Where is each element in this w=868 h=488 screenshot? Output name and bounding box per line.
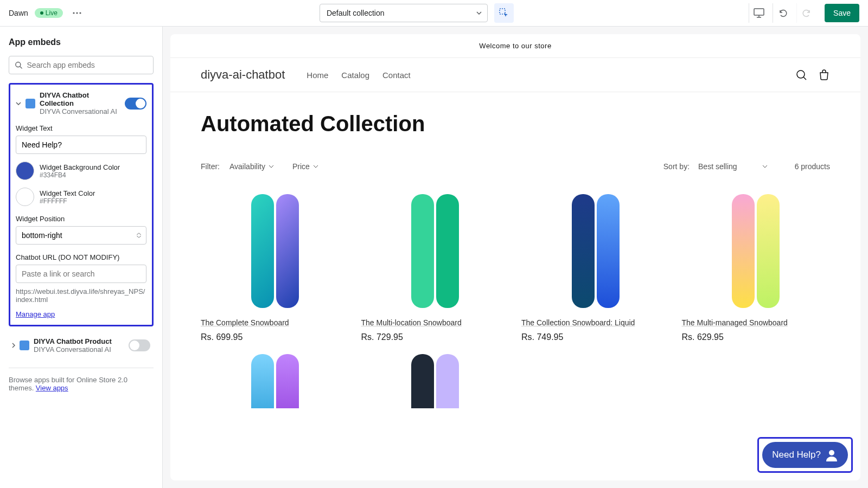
store-header: diyva-ai-chatbot Home Catalog Contact [170, 58, 860, 92]
color-swatch [16, 162, 34, 180]
template-select-label: Default collection [327, 9, 385, 17]
product-card[interactable] [201, 354, 349, 408]
product-name: The Multi-location Snowboard [361, 318, 510, 327]
product-image [521, 191, 670, 311]
inspector-button[interactable] [494, 3, 514, 23]
svg-point-9 [797, 70, 805, 78]
manage-app-link[interactable]: Manage app [16, 310, 55, 318]
chevron-down-icon [476, 11, 482, 15]
sidebar: App embeds DIYVA Chatbot Collection DIYV… [0, 27, 163, 488]
chevron-down-icon [762, 165, 768, 168]
preview-area: Welcome to our store diyva-ai-chatbot Ho… [163, 27, 868, 488]
nav-catalog[interactable]: Catalog [341, 70, 369, 80]
chatbot-url-input[interactable] [16, 265, 146, 283]
search-icon [795, 69, 807, 81]
cart-button[interactable] [818, 69, 830, 81]
product-name: The Multi-managed Snowboard [682, 318, 831, 327]
chevron-down-icon [313, 165, 318, 168]
embed-toggle[interactable] [125, 98, 146, 110]
chevron-down-icon [16, 102, 21, 105]
product-price: Rs. 749.95 [521, 332, 670, 342]
embed-toggle[interactable] [129, 339, 150, 351]
svg-point-1 [76, 12, 78, 14]
store-logo[interactable]: diyva-ai-chatbot [201, 68, 285, 82]
viewport-button[interactable] [749, 3, 768, 23]
chatbot-url-value: https://webui.test.diyva.life/shreyas_NP… [16, 287, 146, 304]
redo-icon [802, 8, 812, 18]
bg-color-hex: #334FB4 [40, 171, 120, 179]
bg-color-label: Widget Background Color [40, 163, 120, 171]
redo-button[interactable] [796, 3, 816, 23]
text-color-hex: #FFFFFF [40, 197, 95, 205]
position-select[interactable] [16, 226, 146, 245]
template-select[interactable]: Default collection [320, 4, 488, 22]
svg-rect-4 [754, 9, 764, 15]
chat-widget[interactable]: Need Help? [762, 442, 848, 468]
widget-text-label: Widget Text [16, 124, 146, 132]
filter-price[interactable]: Price [292, 162, 318, 171]
sidebar-title: App embeds [9, 37, 154, 47]
svg-line-10 [803, 77, 806, 80]
product-card[interactable]: The Multi-location Snowboard Rs. 729.95 [361, 191, 510, 342]
product-price: Rs. 699.95 [201, 332, 349, 342]
inspector-icon [499, 8, 509, 18]
embed-name: DIYVA Chatbot Collection [40, 91, 120, 107]
widget-text-input[interactable] [16, 136, 146, 154]
filter-label: Filter: [201, 162, 220, 171]
text-color-picker[interactable]: Widget Text Color #FFFFFF [16, 188, 146, 206]
svg-line-8 [20, 67, 22, 69]
search-button[interactable] [795, 69, 807, 81]
product-name: The Collection Snowboard: Liquid [521, 318, 670, 327]
more-icon [73, 12, 81, 14]
bg-color-picker[interactable]: Widget Background Color #334FB4 [16, 162, 146, 180]
product-image [201, 354, 349, 408]
nav-home[interactable]: Home [307, 70, 328, 80]
save-button[interactable]: Save [825, 4, 859, 22]
embed-subtitle: DIYVA Conversational AI [40, 107, 120, 115]
sort-label: Sort by: [663, 162, 690, 171]
expand-button[interactable] [12, 343, 15, 348]
undo-button[interactable] [773, 3, 792, 23]
embed-chatbot-product[interactable]: DIYVA Chatbot Product DIYVA Conversation… [9, 332, 154, 359]
embed-name: DIYVA Chatbot Product [34, 337, 124, 345]
chat-widget-label: Need Help? [772, 450, 821, 460]
text-color-label: Widget Text Color [40, 189, 95, 197]
chatbot-url-label: Chatbot URL (DO NOT MODIFY) [16, 253, 146, 261]
live-badge: Live [35, 8, 63, 18]
product-card[interactable]: The Collection Snowboard: Liquid Rs. 749… [521, 191, 670, 342]
collapse-button[interactable] [16, 102, 21, 105]
desktop-icon [754, 8, 764, 18]
view-apps-link[interactable]: View apps [36, 384, 68, 392]
chevron-right-icon [12, 343, 15, 348]
product-card[interactable] [361, 354, 510, 408]
sort-select[interactable]: Best selling [698, 162, 768, 171]
product-price: Rs. 729.95 [361, 332, 510, 342]
filter-availability[interactable]: Availability [229, 162, 274, 171]
search-input[interactable] [27, 61, 148, 69]
search-icon [15, 61, 23, 69]
person-icon [825, 448, 838, 461]
announcement-bar: Welcome to our store [170, 34, 860, 58]
app-icon [20, 341, 29, 350]
undo-icon [778, 8, 788, 18]
product-name: The Complete Snowboard [201, 318, 349, 327]
nav-contact[interactable]: Contact [382, 70, 411, 80]
embed-subtitle: DIYVA Conversational AI [34, 345, 124, 354]
svg-point-2 [79, 12, 81, 14]
embed-chatbot-collection: DIYVA Chatbot Collection DIYVA Conversat… [9, 83, 154, 326]
product-card[interactable]: The Complete Snowboard Rs. 699.95 [201, 191, 349, 342]
search-embeds-box[interactable] [9, 56, 154, 74]
svg-point-0 [73, 12, 74, 14]
more-button[interactable] [69, 5, 85, 21]
svg-point-11 [829, 450, 834, 455]
theme-name: Dawn [9, 9, 28, 17]
product-card[interactable]: The Multi-managed Snowboard Rs. 629.95 [682, 191, 831, 342]
chevron-down-icon [269, 165, 274, 168]
app-icon [25, 99, 35, 108]
product-image [361, 354, 510, 408]
store-preview: Welcome to our store diyva-ai-chatbot Ho… [170, 34, 860, 480]
product-image [201, 191, 349, 311]
product-image [682, 191, 831, 311]
cart-icon [818, 69, 830, 81]
position-label: Widget Position [16, 215, 146, 223]
